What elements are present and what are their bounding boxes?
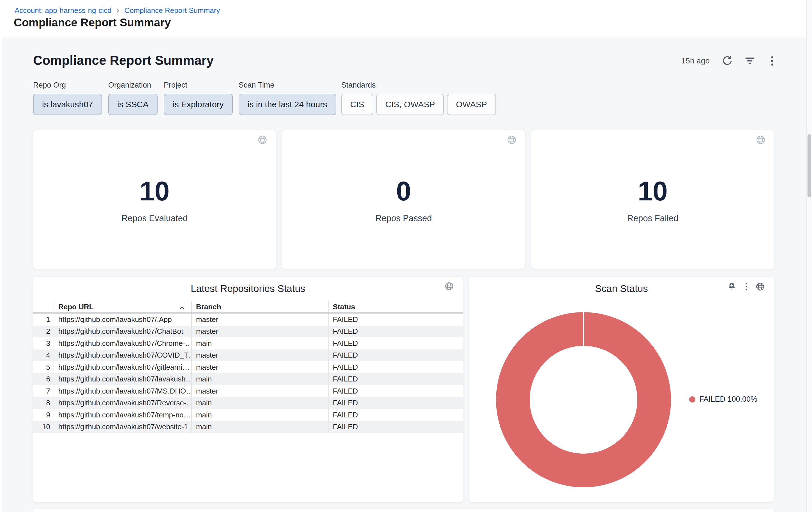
stat-card: 0 Repos Passed bbox=[282, 130, 525, 269]
table-row: 5 https://github.com/lavakush07/gitlearn… bbox=[33, 361, 463, 373]
cell-branch: master bbox=[191, 349, 328, 361]
cell-status: FAILED bbox=[328, 385, 463, 397]
cell-status: FAILED bbox=[328, 338, 463, 349]
column-header-repo-url[interactable]: Repo URL bbox=[54, 301, 191, 313]
row-number: 3 bbox=[33, 338, 54, 349]
cell-repo-url: https://github.com/lavakush07/ChatBot bbox=[54, 326, 191, 338]
cell-status: FAILED bbox=[328, 349, 463, 361]
table-body: 1 https://github.com/lavakush07/.App mas… bbox=[33, 314, 463, 433]
kebab-menu-icon[interactable] bbox=[742, 282, 751, 291]
filter-label-scan-time: Scan Time bbox=[239, 81, 274, 89]
cell-repo-url: https://github.com/lavakush07/temp-no… bbox=[54, 409, 191, 421]
chart-legend[interactable]: FAILED 100.00% bbox=[689, 395, 757, 404]
legend-label-failed: FAILED 100.00% bbox=[699, 395, 757, 404]
table-row: 9 https://github.com/lavakush07/temp-no…… bbox=[33, 409, 463, 421]
table-row: 2 https://github.com/lavakush07/ChatBot … bbox=[33, 326, 463, 338]
filter-label-organization: Organization bbox=[108, 81, 151, 89]
donut-hole bbox=[530, 346, 637, 454]
stat-label: Repos Passed bbox=[282, 213, 525, 223]
column-header-branch[interactable]: Branch bbox=[191, 301, 328, 313]
filter-chip-standard-owasp[interactable]: OWASP bbox=[447, 94, 496, 115]
stat-card: 10 Repos Failed bbox=[531, 130, 774, 269]
repo-table-title: Latest Repositories Status bbox=[33, 283, 463, 294]
filter-chip-project[interactable]: is Exploratory bbox=[164, 94, 233, 115]
dashboard-title: Compliance Report Summary bbox=[33, 53, 214, 68]
cell-status: FAILED bbox=[328, 409, 463, 421]
refresh-icon[interactable] bbox=[721, 55, 733, 67]
filter-chip-scan-time[interactable]: is in the last 24 hours bbox=[239, 94, 336, 115]
globe-icon[interactable] bbox=[756, 135, 766, 145]
dashboard-controls: 15h ago bbox=[682, 55, 778, 67]
globe-icon[interactable] bbox=[755, 282, 765, 291]
filter-chip-organization[interactable]: is SSCA bbox=[108, 94, 157, 115]
row-number: 9 bbox=[33, 409, 54, 421]
page-title: Compliance Report Summary bbox=[14, 16, 171, 29]
cell-branch: master bbox=[191, 361, 328, 373]
filter-chip-standard-cis[interactable]: CIS bbox=[341, 94, 373, 115]
left-edge-strip bbox=[0, 0, 2, 512]
filter-label-project: Project bbox=[164, 81, 187, 89]
filter-icon[interactable] bbox=[744, 55, 756, 67]
globe-icon[interactable] bbox=[507, 135, 517, 145]
row-number: 6 bbox=[33, 373, 54, 385]
filter-label-standards: Standards bbox=[341, 81, 376, 89]
stat-value: 0 bbox=[282, 176, 525, 206]
cell-branch: main bbox=[191, 338, 328, 349]
scan-status-card: Scan Status FAILED 100.00% bbox=[469, 277, 774, 502]
filter-chip-repo-org[interactable]: is lavakush07 bbox=[33, 94, 102, 115]
cell-repo-url: https://github.com/lavakush07/website-1 bbox=[54, 421, 191, 433]
table-row: 10 https://github.com/lavakush07/website… bbox=[33, 421, 463, 433]
cell-repo-url: https://github.com/lavakush07/lavakush… bbox=[54, 373, 191, 385]
globe-icon[interactable] bbox=[257, 135, 267, 145]
cell-repo-url: https://github.com/lavakush07/.App bbox=[54, 314, 191, 326]
scrollbar-track[interactable] bbox=[806, 0, 812, 512]
donut-chart[interactable] bbox=[496, 312, 671, 487]
row-number: 8 bbox=[33, 397, 54, 409]
cell-status: FAILED bbox=[328, 326, 463, 338]
cell-repo-url: https://github.com/lavakush07/Chrome-… bbox=[54, 338, 191, 349]
chevron-right-icon bbox=[115, 7, 121, 14]
cell-branch: master bbox=[191, 314, 328, 326]
cell-status: FAILED bbox=[328, 314, 463, 326]
next-card-top-edge bbox=[33, 509, 774, 512]
cell-repo-url: https://github.com/lavakush07/COVID_T… bbox=[54, 349, 191, 361]
donut-slice-divider bbox=[583, 312, 584, 346]
scrollbar-thumb[interactable] bbox=[808, 134, 811, 197]
breadcrumb: Account: app-harness-ng-cicd Compliance … bbox=[14, 6, 220, 15]
cell-status: FAILED bbox=[328, 421, 463, 433]
column-header-index bbox=[33, 301, 54, 313]
sort-ascending-icon[interactable] bbox=[179, 304, 185, 311]
stat-value: 10 bbox=[531, 176, 774, 206]
globe-icon[interactable] bbox=[444, 281, 454, 291]
cell-branch: master bbox=[191, 326, 328, 338]
filter-group-standards: CIS CIS, OWASP OWASP bbox=[341, 94, 496, 115]
breadcrumb-page-link[interactable]: Compliance Report Summary bbox=[124, 6, 220, 15]
bell-plus-icon[interactable] bbox=[727, 282, 736, 291]
stat-card: 10 Repos Evaluated bbox=[33, 130, 276, 269]
filter-chip-standard-cis-owasp[interactable]: CIS, OWASP bbox=[376, 94, 444, 115]
stat-value: 10 bbox=[33, 176, 276, 206]
app-header: Account: app-harness-ng-cicd Compliance … bbox=[0, 0, 812, 37]
table-row: 6 https://github.com/lavakush07/lavakush… bbox=[33, 373, 463, 385]
row-number: 5 bbox=[33, 361, 54, 373]
cell-branch: main bbox=[191, 373, 328, 385]
cell-status: FAILED bbox=[328, 373, 463, 385]
last-refresh-time: 15h ago bbox=[682, 56, 710, 65]
row-number: 4 bbox=[33, 349, 54, 361]
table-header-row: Repo URL Branch Status bbox=[33, 301, 463, 314]
repo-table-card: Latest Repositories Status Repo URL Bran… bbox=[33, 277, 463, 502]
column-header-status[interactable]: Status bbox=[328, 301, 463, 313]
kebab-menu-icon[interactable] bbox=[766, 55, 778, 67]
stat-cards-row: 10 Repos Evaluated 0 Repos Passed 10 Rep… bbox=[33, 130, 774, 269]
cell-repo-url: https://github.com/lavakush07/Reverse-… bbox=[54, 397, 191, 409]
row-number: 1 bbox=[33, 314, 54, 326]
cell-repo-url: https://github.com/lavakush07/gitlearni… bbox=[54, 361, 191, 373]
row-number: 7 bbox=[33, 385, 54, 397]
cell-branch: main bbox=[191, 421, 328, 433]
cell-branch: master bbox=[191, 385, 328, 397]
stat-label: Repos Failed bbox=[531, 213, 774, 223]
row-number: 2 bbox=[33, 326, 54, 338]
row-number: 10 bbox=[33, 421, 54, 433]
table-row: 8 https://github.com/lavakush07/Reverse-… bbox=[33, 397, 463, 409]
breadcrumb-account-link[interactable]: Account: app-harness-ng-cicd bbox=[14, 6, 111, 15]
